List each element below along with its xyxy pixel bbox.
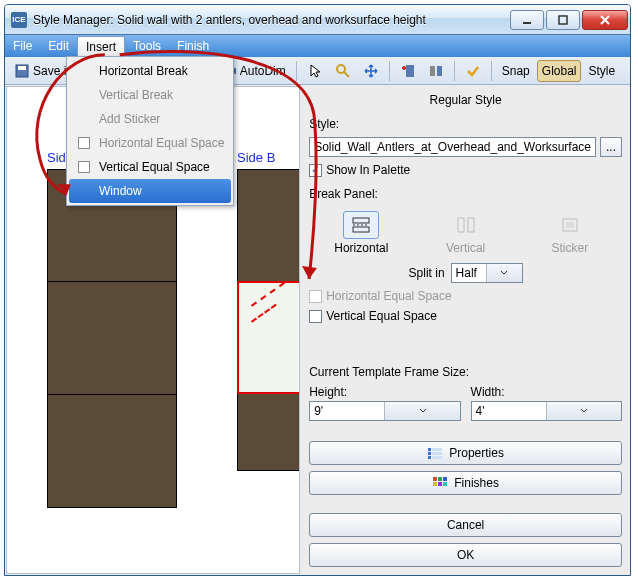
- add-panel-tool[interactable]: [395, 60, 421, 82]
- chevron-down-icon: [486, 264, 522, 282]
- split-in-label: Split in: [409, 266, 445, 280]
- horiz-space-label: Horizontal Equal Space: [326, 289, 451, 303]
- svg-rect-0: [523, 22, 531, 24]
- side-a-panels[interactable]: [47, 169, 177, 508]
- height-label: Height:: [309, 385, 460, 399]
- separator: [296, 61, 297, 81]
- separator: [389, 61, 390, 81]
- menu-item-add-sticker[interactable]: Add Sticker: [69, 107, 231, 131]
- svg-rect-20: [428, 456, 431, 459]
- menu-finish[interactable]: Finish: [169, 35, 217, 57]
- global-button[interactable]: Global: [537, 60, 582, 82]
- width-label: Width:: [471, 385, 622, 399]
- width-input[interactable]: 4': [471, 401, 622, 421]
- menu-tools[interactable]: Tools: [125, 35, 169, 57]
- flip-tool[interactable]: [423, 60, 449, 82]
- menu-item-vert-equal-space[interactable]: Vertical Equal Space: [69, 155, 231, 179]
- pan-tool[interactable]: [358, 60, 384, 82]
- side-b-label: Side B: [237, 150, 275, 165]
- menu-edit[interactable]: Edit: [40, 35, 77, 57]
- add-panel-icon: [400, 63, 416, 79]
- titlebar: ICE Style Manager: Solid wall with 2 ant…: [5, 5, 630, 35]
- global-label: Global: [542, 64, 577, 78]
- horiz-space-checkbox: [309, 290, 322, 303]
- check-icon: [465, 63, 481, 79]
- menu-item-vertical-break[interactable]: Vertical Break: [69, 83, 231, 107]
- style-label: Style:: [309, 117, 622, 131]
- cancel-button[interactable]: Cancel: [309, 513, 622, 537]
- svg-rect-1: [559, 16, 567, 24]
- side-b-panels[interactable]: [237, 169, 300, 471]
- break-vertical[interactable]: Vertical: [436, 211, 496, 255]
- svg-rect-8: [437, 66, 442, 76]
- wall-segment[interactable]: [47, 395, 177, 508]
- svg-rect-9: [353, 218, 369, 223]
- horizontal-break-icon: [350, 216, 372, 234]
- svg-rect-24: [443, 477, 447, 481]
- svg-point-4: [337, 65, 345, 73]
- pointer-icon: [307, 63, 323, 79]
- chevron-down-icon: [384, 402, 459, 420]
- menu-file[interactable]: File: [5, 35, 40, 57]
- svg-rect-23: [438, 477, 442, 481]
- break-panel-label: Break Panel:: [309, 187, 622, 201]
- svg-rect-15: [566, 222, 574, 228]
- svg-rect-16: [428, 448, 431, 451]
- properties-button[interactable]: Properties: [309, 441, 622, 465]
- snap-button[interactable]: Snap: [497, 60, 535, 82]
- vertical-break-icon: [456, 216, 476, 234]
- break-sticker[interactable]: Sticker: [540, 211, 600, 255]
- svg-rect-25: [433, 482, 437, 486]
- finishes-button[interactable]: Finishes: [309, 471, 622, 495]
- minimize-button[interactable]: [510, 10, 544, 30]
- app-window: ICE Style Manager: Solid wall with 2 ant…: [4, 4, 631, 576]
- break-panel-options: Horizontal Vertical Sticker: [309, 211, 622, 255]
- svg-rect-6: [406, 65, 414, 77]
- close-button[interactable]: [582, 10, 628, 30]
- magnifier-icon: [335, 63, 351, 79]
- app-icon: ICE: [11, 12, 27, 28]
- show-in-palette-checkbox[interactable]: [309, 164, 322, 177]
- wall-segment[interactable]: [237, 394, 300, 471]
- split-in-select[interactable]: Half: [451, 263, 523, 283]
- height-input[interactable]: 9': [309, 401, 460, 421]
- svg-rect-13: [468, 218, 474, 232]
- save-icon: [14, 63, 30, 79]
- window-segment[interactable]: [237, 281, 300, 394]
- show-in-palette-label: Show In Palette: [326, 163, 410, 177]
- menu-item-window[interactable]: Window: [69, 179, 231, 203]
- svg-rect-3: [18, 66, 26, 70]
- svg-rect-18: [428, 452, 431, 455]
- svg-rect-21: [432, 456, 442, 459]
- vert-space-checkbox[interactable]: [309, 310, 322, 323]
- svg-rect-17: [432, 448, 442, 451]
- zoom-tool[interactable]: [330, 60, 356, 82]
- style-button[interactable]: Style: [583, 60, 620, 82]
- svg-rect-26: [438, 482, 442, 486]
- move-icon: [363, 63, 379, 79]
- separator: [491, 61, 492, 81]
- checkmark-tool[interactable]: [460, 60, 486, 82]
- finishes-icon: [432, 476, 448, 490]
- menu-item-horizontal-break[interactable]: Horizontal Break: [69, 59, 231, 83]
- insert-dropdown: Horizontal Break Vertical Break Add Stic…: [66, 56, 234, 206]
- style-browse-button[interactable]: ...: [600, 137, 622, 157]
- svg-rect-22: [433, 477, 437, 481]
- chevron-down-icon: [546, 402, 621, 420]
- svg-rect-7: [430, 66, 435, 76]
- frame-size-label: Current Template Frame Size:: [309, 365, 622, 379]
- menu-insert[interactable]: Insert: [77, 36, 125, 57]
- wall-segment[interactable]: [237, 169, 300, 282]
- pointer-tool[interactable]: [302, 60, 328, 82]
- menu-item-horiz-equal-space[interactable]: Horizontal Equal Space: [69, 131, 231, 155]
- vert-space-label: Vertical Equal Space: [326, 309, 437, 323]
- maximize-button[interactable]: [546, 10, 580, 30]
- svg-rect-19: [432, 452, 442, 455]
- break-horizontal[interactable]: Horizontal: [331, 211, 391, 255]
- wall-segment[interactable]: [47, 282, 177, 395]
- properties-panel: Regular Style Style: Solid_Wall_Antlers_…: [301, 85, 630, 575]
- svg-rect-12: [458, 218, 464, 232]
- menubar: File Edit Insert Tools Finish: [5, 35, 630, 57]
- style-select[interactable]: Solid_Wall_Antlers_at_Overhead_and_Works…: [309, 137, 596, 157]
- ok-button[interactable]: OK: [309, 543, 622, 567]
